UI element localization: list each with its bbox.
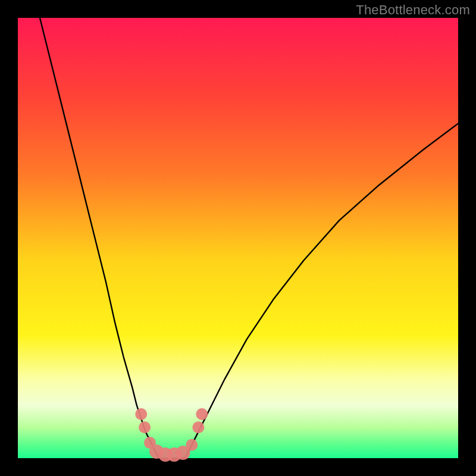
watermark-text: TheBottleneck.com [356,2,470,18]
valley-marker [192,421,204,433]
series-group [40,18,458,458]
valley-marker [135,408,147,420]
valley-marker [139,421,151,433]
valley-marker [196,408,208,420]
valley-marker [186,439,198,451]
chart-overlay [18,18,458,458]
chart-frame: TheBottleneck.com [0,0,476,476]
series-curve-right [185,124,458,458]
series-curve-left [40,18,159,458]
